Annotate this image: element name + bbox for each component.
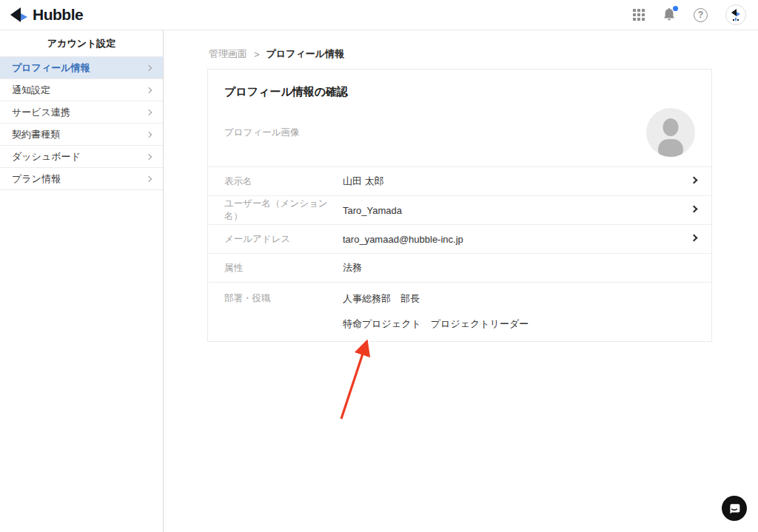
profile-image-placeholder-icon [646,108,695,157]
chevron-right-icon [146,109,152,115]
row-values: 人事総務部 部長 特命プロジェクト プロジェクトリーダー [343,292,529,331]
row-value: 法務 [343,261,362,275]
card-title: プロフィール情報の確認 [208,70,711,104]
row-label: メールアドレス [224,233,343,246]
row-label: プロフィール画像 [224,127,343,139]
sidebar-item-plan[interactable]: プラン情報 [0,168,163,190]
chevron-right-icon [146,175,152,181]
notification-dot [673,6,678,11]
row-value: 山田 太郎 [343,175,384,188]
row-username[interactable]: ユーザー名（メンション名） Taro_Yamada [208,195,711,224]
chat-bubble-icon [728,502,741,515]
row-value: Taro_Yamada [343,205,402,216]
avatar-hubble-text-marks [733,18,739,21]
chevron-right-icon [691,177,698,184]
sidebar-item-integrations[interactable]: サービス連携 [0,101,163,124]
chevron-right-icon [146,131,152,137]
logo-text: Hubble [33,6,83,24]
chevron-right-icon [146,64,152,70]
breadcrumb-separator: > [254,49,260,60]
sidebar-title: アカウント設定 [0,30,163,57]
page: Hubble ? [0,0,758,532]
profile-image-row: プロフィール画像 [208,104,711,166]
breadcrumb: 管理画面 > プロフィール情報 [209,47,758,61]
sidebar-item-profile[interactable]: プロフィール情報 [0,57,163,79]
row-label: 部署・役職 [224,292,343,305]
chevron-right-icon [691,206,698,213]
chat-launcher-button[interactable] [722,496,747,521]
breadcrumb-current: プロフィール情報 [266,47,345,61]
sidebar-item-label: 契約書種類 [12,128,60,141]
department-line-1: 人事総務部 部長 [343,292,529,306]
sidebar-item-notifications[interactable]: 通知設定 [0,79,163,101]
chevron-right-icon [146,87,152,92]
row-attribute: 属性 法務 [208,253,711,282]
sidebar-item-label: ダッシュボード [12,150,81,164]
sidebar: アカウント設定 プロフィール情報 通知設定 サービス連携 契約書種類 ダッシュボ… [0,30,164,532]
sidebar-item-dashboard[interactable]: ダッシュボード [0,146,163,168]
apps-grid-icon[interactable] [633,9,645,21]
row-display-name[interactable]: 表示名 山田 太郎 [208,166,711,195]
layout: アカウント設定 プロフィール情報 通知設定 サービス連携 契約書種類 ダッシュボ… [0,30,758,532]
row-label: 属性 [224,262,343,275]
sidebar-item-label: プラン情報 [12,172,61,186]
main-content: 管理画面 > プロフィール情報 プロフィール情報の確認 プロフィール画像 表示名… [164,30,758,532]
sidebar-item-label: サービス連携 [12,106,70,119]
sidebar-item-label: プロフィール情報 [12,61,90,75]
row-email[interactable]: メールアドレス taro_yamaad@hubble-inc.jp [208,224,711,253]
chevron-right-icon [691,235,698,242]
hubble-logo-icon [10,7,28,23]
logo-triangle-blue [21,13,27,21]
row-department-position: 部署・役職 人事総務部 部長 特命プロジェクト プロジェクトリーダー [208,282,711,341]
header-actions: ? [633,4,748,25]
hubble-logo[interactable]: Hubble [10,6,83,24]
logo-triangle-black [10,7,21,22]
user-avatar[interactable] [725,4,746,25]
row-label: 表示名 [224,175,343,188]
row-label: ユーザー名（メンション名） [224,198,343,223]
app-header: Hubble ? [0,0,758,30]
chevron-right-icon [146,153,152,159]
profile-card: プロフィール情報の確認 プロフィール画像 表示名 山田 太郎 ユーザー名（メンシ… [207,69,712,342]
avatar-hubble-mark-icon [731,9,740,17]
sidebar-item-label: 通知設定 [12,84,50,97]
department-line-2: 特命プロジェクト プロジェクトリーダー [343,317,529,331]
notification-bell-icon[interactable] [663,7,676,22]
row-value: taro_yamaad@hubble-inc.jp [343,234,463,245]
breadcrumb-admin-link[interactable]: 管理画面 [209,47,247,61]
sidebar-item-contract-types[interactable]: 契約書種類 [0,124,163,146]
help-icon[interactable]: ? [694,8,708,22]
